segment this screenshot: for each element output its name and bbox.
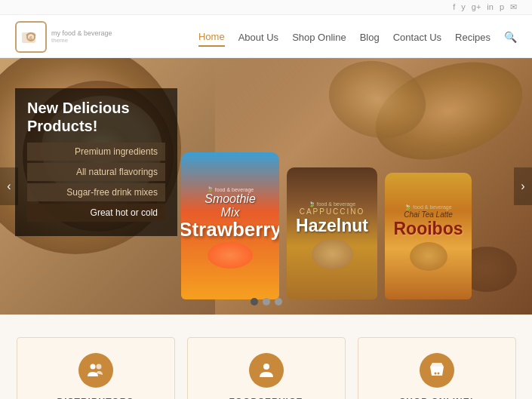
can-rooibos-type: Chai Tea Latte xyxy=(404,210,453,219)
can-cappuccino: 🍃 food & beverage CAPPUCCINO Hazelnut xyxy=(287,167,377,299)
product-cans: 🍃 food & beverage SmoothieMix Strawberry… xyxy=(136,152,517,299)
can-smoothie-brand: 🍃 food & beverage xyxy=(205,183,255,192)
foodservice-icon-wrap xyxy=(200,353,333,388)
social-pinterest[interactable]: p xyxy=(500,2,504,12)
slider-prev-button[interactable]: ‹ xyxy=(0,167,18,205)
card-shop: SHOP ONLINE! Aenean massa. Cum sociis na… xyxy=(358,337,516,399)
slider-dot-3[interactable] xyxy=(275,298,282,305)
nav-shop[interactable]: Shop Online xyxy=(292,29,346,46)
distributors-icon-wrap xyxy=(29,353,162,388)
foodservice-icon xyxy=(249,353,284,388)
can-cappuccino-flavor: Hazelnut xyxy=(296,216,368,236)
hero-slider: ‹ New Delicious Products! Premium ingred… xyxy=(0,58,532,315)
can-rooibos: 🍃 food & beverage Chai Tea Latte Rooibos xyxy=(385,173,472,299)
nav-about[interactable]: About Us xyxy=(238,29,278,46)
can-rooibos-brand: 🍃 food & beverage xyxy=(403,201,453,210)
can-smoothie-type: SmoothieMix xyxy=(204,192,256,219)
svg-point-7 xyxy=(437,373,439,375)
hero-title: New Delicious Products! xyxy=(27,99,165,135)
can-cappuccino-type: CAPPUCCINO xyxy=(300,207,365,216)
can-cappuccino-brand: 🍃 food & beverage xyxy=(307,198,357,207)
cards-section: DISTRIBUTORS Lorem ipsum dolor sit amet,… xyxy=(0,315,532,399)
card-foodservice: FOODSERVICE Lorem ipsum dolor sit amet, … xyxy=(187,337,346,399)
svg-point-5 xyxy=(263,364,269,370)
svg-point-3 xyxy=(90,364,95,370)
logo-icon: & xyxy=(15,21,47,53)
social-email[interactable]: ✉ xyxy=(510,2,517,12)
shop-icon xyxy=(420,353,454,388)
svg-point-4 xyxy=(96,364,101,370)
logo[interactable]: & my food & beverage theme xyxy=(15,21,112,53)
can-smoothie: 🍃 food & beverage SmoothieMix Strawberry xyxy=(181,152,279,299)
social-facebook[interactable]: f xyxy=(453,2,455,12)
logo-theme: theme xyxy=(51,38,112,45)
shop-icon-wrap xyxy=(371,353,503,388)
slider-next-button[interactable]: › xyxy=(514,167,532,205)
nav-recipes[interactable]: Recipes xyxy=(455,29,490,46)
svg-point-6 xyxy=(434,373,436,375)
svg-text:&: & xyxy=(29,35,33,41)
card-distributors: DISTRIBUTORS Lorem ipsum dolor sit amet,… xyxy=(17,337,175,399)
can-smoothie-flavor: Strawberry xyxy=(181,219,279,239)
logo-text: my food & beverage theme xyxy=(51,30,112,45)
main-nav: Home About Us Shop Online Blog Contact U… xyxy=(198,28,517,47)
social-linkedin[interactable]: in xyxy=(487,2,494,12)
nav-contact[interactable]: Contact Us xyxy=(393,29,441,46)
slider-dot-1[interactable] xyxy=(251,298,258,305)
social-twitter[interactable]: y xyxy=(461,2,466,12)
site-header: & my food & beverage theme Home About Us… xyxy=(0,15,532,58)
can-rooibos-flavor: Rooibos xyxy=(394,219,463,239)
social-google[interactable]: g+ xyxy=(472,2,481,12)
distributors-icon xyxy=(78,353,113,388)
nav-home[interactable]: Home xyxy=(198,28,225,47)
search-icon[interactable]: 🔍 xyxy=(504,31,517,43)
nav-blog[interactable]: Blog xyxy=(360,29,380,46)
slider-dots xyxy=(251,298,282,305)
slider-dot-2[interactable] xyxy=(263,298,270,305)
